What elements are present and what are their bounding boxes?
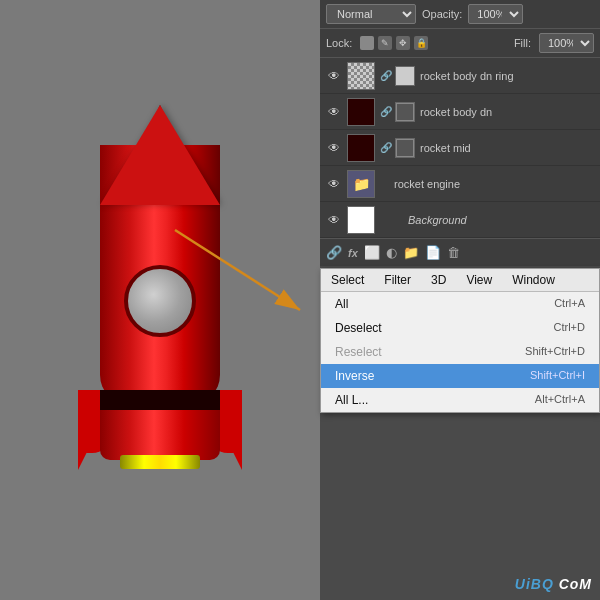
lock-paint-icon[interactable]: ✎ [378,36,392,50]
menu-filter[interactable]: Filter [374,269,421,291]
layer-item[interactable]: 👁 🔗 rocket body dn [320,94,600,130]
menu-item-inverse[interactable]: Inverse Shift+Ctrl+I [321,364,599,388]
opacity-label: Opacity: [422,8,462,20]
blend-toolbar: Normal Opacity: 100% [320,0,600,29]
rocket-bottom [100,410,220,460]
eye-icon[interactable]: 👁 [326,212,342,228]
watermark-prefix: UiBQ [515,576,554,592]
layer-item[interactable]: 👁 🔗 rocket mid [320,130,600,166]
layer-thumbnail [347,134,375,162]
panel-bottom-bar: 🔗 fx ⬜ ◐ 📁 📄 🗑 [320,238,600,266]
rocket-nose [100,105,220,205]
menu-item-all[interactable]: All Ctrl+A [321,292,599,316]
menu-item-label: All [335,297,348,311]
menu-select[interactable]: Select [321,269,374,291]
watermark-suffix: CoM [559,576,592,592]
canvas-area [0,0,320,600]
chain-icon: 🔗 [380,106,390,117]
eye-icon[interactable]: 👁 [326,176,342,192]
menu-item-label: Deselect [335,321,382,335]
lock-position-icon[interactable]: ✥ [396,36,410,50]
layer-name: rocket engine [394,178,594,190]
menu-shortcut: Alt+Ctrl+A [535,393,585,407]
menu-shortcut: Shift+Ctrl+D [525,345,585,359]
menu-item-label: All L... [335,393,368,407]
rocket [60,105,260,525]
rocket-engine-glow [120,455,200,469]
layer-mask-thumb [395,102,415,122]
layer-thumbnail [347,98,375,126]
group-button[interactable]: 📁 [403,245,419,260]
fx-button[interactable]: fx [348,247,358,259]
layer-thumbnail: 📁 [347,170,375,198]
blend-mode-select[interactable]: Normal [326,4,416,24]
layer-name: rocket body dn [420,106,594,118]
eye-icon[interactable]: 👁 [326,140,342,156]
layer-name: rocket mid [420,142,594,154]
menu-item-label: Inverse [335,369,374,383]
lock-label: Lock: [326,37,352,49]
lock-transparent-icon[interactable] [360,36,374,50]
layer-name: rocket body dn ring [420,70,594,82]
menu-3d[interactable]: 3D [421,269,456,291]
layer-name: Background [408,214,594,226]
layer-mask-thumb [395,66,415,86]
menu-window[interactable]: Window [502,269,565,291]
menu-shortcut: Shift+Ctrl+I [530,369,585,383]
rocket-window [124,265,196,337]
eye-icon[interactable]: 👁 [326,68,342,84]
new-layer-button[interactable]: 📄 [425,245,441,260]
lock-all-icon[interactable]: 🔒 [414,36,428,50]
eye-icon[interactable]: 👁 [326,104,342,120]
mask-button[interactable]: ⬜ [364,245,380,260]
layer-item[interactable]: 👁 🔗 rocket body dn ring [320,58,600,94]
layer-item[interactable]: 👁 📁 rocket engine [320,166,600,202]
lock-icons: ✎ ✥ 🔒 [360,36,428,50]
layer-thumbnail [347,62,375,90]
layer-thumbnail [347,206,375,234]
watermark: UiBQ CoM [515,576,592,592]
link-button[interactable]: 🔗 [326,245,342,260]
context-menu: Select Filter 3D View Window All Ctrl+A … [320,268,600,413]
menu-item-all-layers[interactable]: All L... Alt+Ctrl+A [321,388,599,412]
delete-button[interactable]: 🗑 [447,245,460,260]
chain-icon: 🔗 [380,70,390,81]
fill-label: Fill: [514,37,531,49]
menu-shortcut: Ctrl+A [554,297,585,311]
menu-shortcut: Ctrl+D [554,321,585,335]
layer-mask-thumb [395,138,415,158]
menu-item-label: Reselect [335,345,382,359]
menu-item-deselect[interactable]: Deselect Ctrl+D [321,316,599,340]
menu-item-reselect[interactable]: Reselect Shift+Ctrl+D [321,340,599,364]
layers-panel: Normal Opacity: 100% Lock: ✎ ✥ 🔒 Fill: 1… [320,0,600,260]
fill-select[interactable]: 100% [539,33,594,53]
menu-view[interactable]: View [456,269,502,291]
chain-icon: 🔗 [380,142,390,153]
rocket-belt [100,390,220,410]
menu-bar: Select Filter 3D View Window [321,269,599,292]
lock-row: Lock: ✎ ✥ 🔒 Fill: 100% [320,29,600,58]
opacity-select[interactable]: 100% [468,4,523,24]
layer-item[interactable]: 👁 Background [320,202,600,238]
adjustment-button[interactable]: ◐ [386,245,397,260]
